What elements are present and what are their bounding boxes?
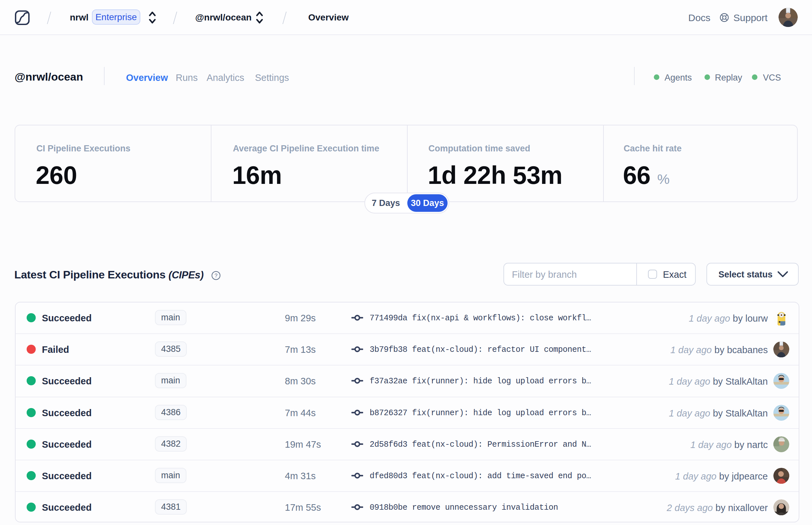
svg-text:?: ?: [214, 273, 217, 279]
